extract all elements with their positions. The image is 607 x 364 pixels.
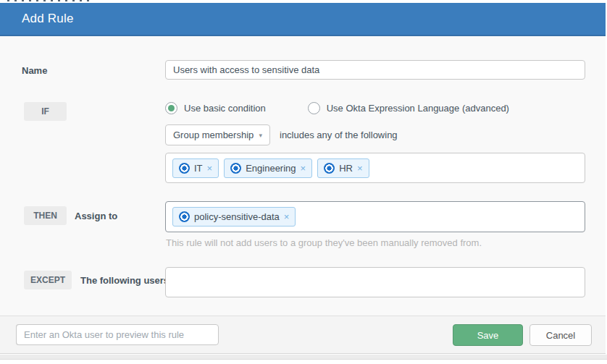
radio-selected-icon[interactable] — [165, 102, 177, 114]
preview-user-input[interactable] — [16, 324, 219, 345]
remove-chip-icon[interactable]: × — [284, 212, 290, 221]
modal-header: Add Rule — [0, 3, 606, 36]
background-page-strip — [0, 355, 607, 360]
modal-footer: Preview Save Cancel — [0, 316, 606, 353]
then-helper-text: This rule will not add users to a group … — [166, 237, 482, 248]
group-chip-label: HR — [339, 163, 353, 174]
radio-expression-language-label: Use Okta Expression Language (advanced) — [327, 103, 509, 114]
rule-name-input[interactable] — [165, 60, 585, 80]
group-chip[interactable]: IT× — [172, 158, 219, 178]
modal-body: Name IF Use basic condition Use Okta Exp… — [0, 38, 606, 316]
okta-logo-icon — [324, 163, 335, 174]
preview-group: Preview — [16, 324, 78, 345]
okta-logo-icon — [179, 211, 190, 222]
except-users-label: The following users — [80, 275, 169, 286]
radio-unselected-icon[interactable] — [308, 102, 320, 114]
then-badge: THEN — [24, 206, 67, 225]
group-chip-label: Engineering — [246, 163, 296, 174]
add-rule-modal: Add Rule Name IF Use basic condition Use… — [0, 3, 606, 354]
page: Add Rule Name IF Use basic condition Use… — [0, 0, 607, 364]
radio-expression-language[interactable]: Use Okta Expression Language (advanced) — [308, 102, 509, 114]
assign-to-groups-token-input[interactable]: policy-sensitive-data× — [165, 201, 585, 232]
group-chip[interactable]: policy-sensitive-data× — [172, 207, 296, 227]
okta-logo-icon — [179, 163, 190, 174]
group-chip-label: policy-sensitive-data — [194, 211, 280, 222]
except-badge: EXCEPT — [24, 271, 72, 289]
remove-chip-icon[interactable]: × — [357, 164, 363, 173]
group-chip[interactable]: Engineering× — [224, 158, 312, 178]
if-groups-token-input[interactable]: IT×Engineering×HR× — [165, 153, 585, 183]
group-chip-label: IT — [194, 163, 203, 174]
assign-to-label: Assign to — [75, 211, 117, 221]
remove-chip-icon[interactable]: × — [301, 164, 306, 173]
radio-basic-condition-label: Use basic condition — [184, 103, 266, 114]
cancel-button[interactable]: Cancel — [529, 324, 592, 346]
radio-basic-condition[interactable]: Use basic condition — [165, 102, 266, 114]
condition-operator-text: includes any of the following — [280, 130, 398, 140]
remove-chip-icon[interactable]: × — [207, 164, 213, 173]
except-users-token-input[interactable] — [165, 267, 585, 297]
name-label: Name — [22, 65, 47, 76]
condition-attribute-dropdown-value: Group membership — [173, 130, 259, 140]
chevron-down-icon: ▾ — [259, 132, 262, 139]
condition-type-radios: Use basic condition Use Okta Expression … — [165, 102, 509, 114]
modal-title: Add Rule — [22, 12, 74, 26]
save-button[interactable]: Save — [453, 324, 523, 346]
condition-attribute-dropdown[interactable]: Group membership ▾ — [165, 124, 270, 145]
okta-logo-icon — [230, 163, 241, 174]
if-badge: IF — [24, 102, 67, 121]
group-chip[interactable]: HR× — [317, 158, 369, 178]
